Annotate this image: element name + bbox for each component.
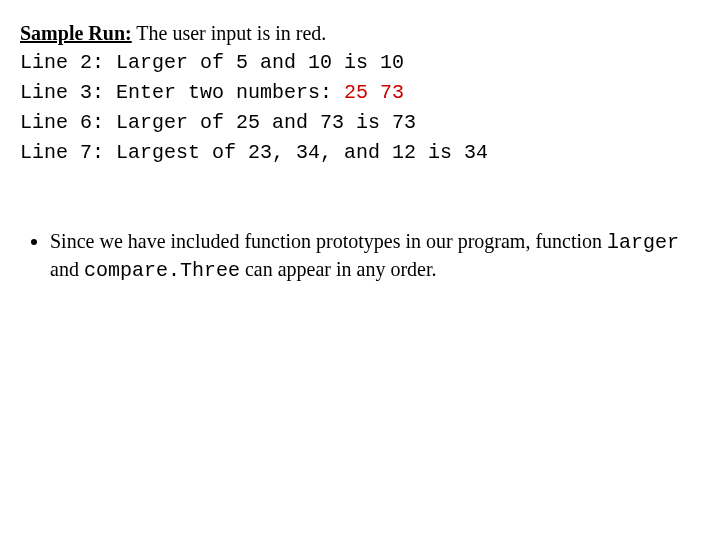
sample-run-note: The user input is in red.	[132, 22, 327, 44]
output-line-3: Line 3: Enter two numbers: 25 73	[20, 78, 700, 108]
code-compare-three: compare.Three	[84, 259, 240, 282]
output-line-7: Line 7: Largest of 23, 34, and 12 is 34	[20, 138, 700, 168]
sample-run-label: Sample Run:	[20, 22, 132, 44]
output-line-6: Line 6: Larger of 25 and 73 is 73	[20, 108, 700, 138]
document-page: Sample Run: The user input is in red. Li…	[0, 0, 720, 304]
sample-run-header: Sample Run: The user input is in red.	[20, 18, 700, 48]
output-line-3-prompt: Line 3: Enter two numbers:	[20, 81, 344, 104]
output-line-2: Line 2: Larger of 5 and 10 is 10	[20, 48, 700, 78]
sample-run-block: Sample Run: The user input is in red. Li…	[20, 18, 700, 168]
code-larger: larger	[607, 231, 679, 254]
explanatory-note: Since we have included function prototyp…	[20, 228, 700, 284]
bullet-text-3: can appear in any order.	[240, 258, 437, 280]
bullet-list: Since we have included function prototyp…	[26, 228, 700, 284]
bullet-item: Since we have included function prototyp…	[50, 228, 700, 284]
bullet-text-1: Since we have included function prototyp…	[50, 230, 607, 252]
bullet-text-2: and	[50, 258, 84, 280]
user-input-line-3: 25 73	[344, 81, 404, 104]
